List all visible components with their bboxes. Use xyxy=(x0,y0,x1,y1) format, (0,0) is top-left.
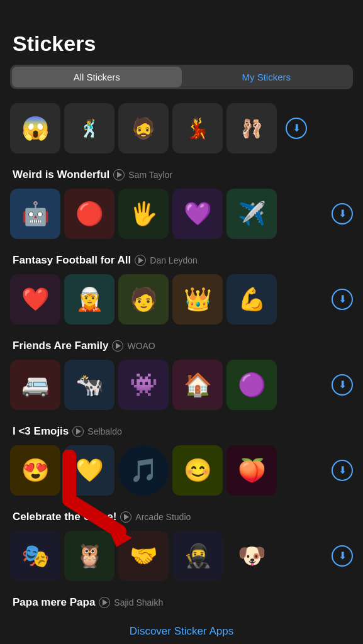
sticker-images: 🚐 🐄 👾 🏠 🟣 xyxy=(10,360,327,410)
sticker-thumb[interactable]: 🚐 xyxy=(10,360,60,410)
sticker-thumb[interactable]: 🐶 xyxy=(226,531,277,581)
download-button[interactable]: ⬇ xyxy=(332,203,353,225)
download-icon: ⬇ xyxy=(338,209,347,219)
sticker-pack-row-friends: 🚐 🐄 👾 🏠 🟣 ⬇ xyxy=(0,356,363,416)
sticker-thumb[interactable]: ❤️ xyxy=(10,274,60,325)
sticker-thumb[interactable]: 💛 xyxy=(64,445,114,496)
play-icon[interactable] xyxy=(99,597,110,608)
download-button[interactable]: ⬇ xyxy=(332,289,353,310)
sticker-thumb[interactable]: 😱 xyxy=(10,103,60,153)
sticker-pack-row-football: ❤️ 🧝 🧑 👑 💪 ⬇ xyxy=(0,270,363,331)
sticker-thumb[interactable]: 🦉 xyxy=(64,531,114,581)
sticker-thumb[interactable]: 🖐 xyxy=(118,189,169,239)
sticker-thumb[interactable]: 🩰 xyxy=(226,103,277,153)
tab-all-stickers[interactable]: All Stickers xyxy=(12,67,182,87)
play-icon[interactable] xyxy=(72,426,84,437)
download-button[interactable]: ⬇ xyxy=(332,460,353,481)
sticker-thumb[interactable]: 🧝 xyxy=(64,274,114,325)
sticker-thumb[interactable]: 😍 xyxy=(10,445,60,496)
sticker-thumb[interactable]: 🍑 xyxy=(226,445,277,496)
download-button[interactable]: ⬇ xyxy=(332,545,353,567)
sticker-thumb[interactable]: 🤝 xyxy=(118,531,169,581)
sticker-images: ❤️ 🧝 🧑 👑 💪 xyxy=(10,274,327,325)
play-icon[interactable] xyxy=(113,169,125,180)
download-icon: ⬇ xyxy=(338,465,347,475)
sticker-thumb[interactable]: 😊 xyxy=(172,445,223,496)
sticker-images: 😍 💛 🎵 😊 🍑 xyxy=(10,445,327,496)
pack-name: Weird is Wonderful xyxy=(13,169,109,181)
discover-sticker-apps-button[interactable]: Discover Sticker Apps xyxy=(0,613,363,644)
pack-header-emojis: I <3 Emojis Selbaldo xyxy=(0,416,363,441)
sticker-thumb[interactable]: ✈️ xyxy=(226,189,277,239)
tab-bar: All Stickers My Stickers xyxy=(10,65,353,89)
page-title: Stickers xyxy=(0,0,363,65)
pack-author: Sam Taylor xyxy=(128,170,172,180)
sticker-thumb[interactable]: 🎭 xyxy=(10,531,60,581)
featured-stickers-row: 😱 🕺 🧔 💃 🩰 ⬇ xyxy=(0,99,363,160)
sticker-thumb[interactable]: 👑 xyxy=(172,274,223,325)
sticker-thumb[interactable]: 💜 xyxy=(172,189,223,239)
tab-my-stickers[interactable]: My Stickers xyxy=(182,67,352,87)
sticker-thumb[interactable]: 🥷 xyxy=(172,531,223,581)
play-icon[interactable] xyxy=(120,511,131,523)
pack-author: Selbaldo xyxy=(87,426,122,436)
pack-name: I <3 Emojis xyxy=(13,425,69,438)
pack-header-weird: Weird is Wonderful Sam Taylor xyxy=(0,160,363,185)
pack-header-football: Fantasy Football for All Dan Leydon xyxy=(0,245,363,270)
download-icon: ⬇ xyxy=(293,123,301,133)
download-icon: ⬇ xyxy=(338,551,347,561)
pack-author: Sajid Shaikh xyxy=(114,597,163,608)
sticker-thumb[interactable]: 🔴 xyxy=(64,189,114,239)
download-icon: ⬇ xyxy=(338,380,347,390)
sticker-thumb[interactable]: 🐄 xyxy=(64,360,114,410)
sticker-images: 🤖 🔴 🖐 💜 ✈️ xyxy=(10,189,327,239)
download-icon: ⬇ xyxy=(338,294,347,304)
pack-author: WOAO xyxy=(127,341,155,351)
sticker-pack-row-game: 🎭 🦉 🤝 🥷 🐶 ⬇ xyxy=(0,527,363,587)
sticker-thumb[interactable]: 💃 xyxy=(172,103,223,153)
download-button[interactable]: ⬇ xyxy=(332,374,353,396)
pack-name: Friends Are Family xyxy=(13,340,108,352)
sticker-thumb[interactable]: 🟣 xyxy=(226,360,277,410)
play-icon[interactable] xyxy=(135,255,146,266)
sticker-thumb[interactable]: 💪 xyxy=(226,274,277,325)
download-button[interactable]: ⬇ xyxy=(286,118,307,139)
sticker-thumb[interactable]: 🎵 xyxy=(118,445,169,496)
pack-author: Dan Leydon xyxy=(150,255,198,265)
page-wrapper: Stickers All Stickers My Stickers 😱 🕺 🧔 … xyxy=(0,0,363,644)
pack-header-friends: Friends Are Family WOAO xyxy=(0,331,363,356)
sticker-thumb[interactable]: 🤖 xyxy=(10,189,60,239)
pack-header-game: Celebrate the Game! Arcade Studio xyxy=(0,502,363,527)
pack-author: Arcade Studio xyxy=(135,512,191,522)
play-icon[interactable] xyxy=(112,340,123,352)
sticker-thumb[interactable]: 🧑 xyxy=(118,274,169,325)
sticker-thumb[interactable]: 👾 xyxy=(118,360,169,410)
sticker-images: 🎭 🦉 🤝 🥷 🐶 xyxy=(10,531,327,581)
pack-header-papa: Papa mere Papa Sajid Shaikh xyxy=(0,587,363,613)
pack-name: Papa mere Papa xyxy=(13,596,95,609)
sticker-thumb[interactable]: 🏠 xyxy=(172,360,223,410)
pack-name: Celebrate the Game! xyxy=(13,511,116,523)
sticker-pack-row-weird: 🤖 🔴 🖐 💜 ✈️ ⬇ xyxy=(0,185,363,245)
pack-name: Fantasy Football for All xyxy=(13,254,131,267)
sticker-pack-row-emojis: 😍 💛 🎵 😊 🍑 ⬇ xyxy=(0,441,363,502)
sticker-thumb[interactable]: 🕺 xyxy=(64,103,114,153)
sticker-thumb[interactable]: 🧔 xyxy=(118,103,169,153)
